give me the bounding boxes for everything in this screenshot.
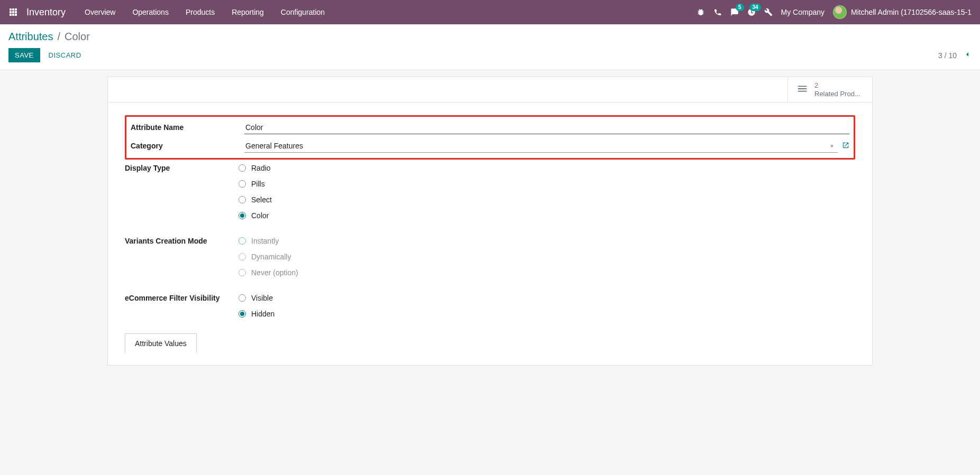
attr-name-input[interactable]: [244, 121, 849, 134]
attr-name-label: Attribute Name: [131, 121, 244, 132]
highlight-box: Attribute Name Category ▼: [125, 115, 855, 160]
external-link-icon[interactable]: [842, 142, 849, 151]
breadcrumb-current: Color: [65, 31, 90, 43]
discard-button[interactable]: Discard: [42, 48, 88, 62]
pager-text: 3 / 10: [938, 51, 957, 60]
display-type-color[interactable]: Color: [239, 211, 855, 220]
display-type-select[interactable]: Select: [239, 195, 855, 204]
nav-operations[interactable]: Operations: [126, 3, 175, 22]
form-sheet: 2 Related Prod... Attribute Name Categor…: [107, 77, 873, 366]
save-button[interactable]: Save: [8, 48, 40, 62]
tab-attribute-values[interactable]: Attribute Values: [125, 333, 197, 353]
pager-prev[interactable]: [963, 50, 972, 60]
nav-overview[interactable]: Overview: [78, 3, 122, 22]
brand[interactable]: Inventory: [26, 7, 66, 18]
variants-instantly: Instantly: [239, 237, 855, 245]
button-box: 2 Related Prod...: [108, 77, 872, 103]
cp-buttons: Save Discard: [8, 48, 88, 62]
display-type-pills[interactable]: Pills: [239, 180, 855, 188]
breadcrumb-parent[interactable]: Attributes: [8, 31, 53, 43]
stat-count: 2: [814, 81, 860, 90]
company-selector[interactable]: My Company: [781, 8, 825, 16]
topnav: Inventory Overview Operations Products R…: [0, 0, 980, 24]
user-menu[interactable]: Mitchell Admin (17102566-saas-15-1: [833, 5, 972, 19]
category-label: Category: [131, 139, 244, 150]
bars-icon: [796, 83, 808, 96]
variants-never: Never (option): [239, 268, 855, 277]
display-type-label: Display Type: [125, 163, 239, 172]
display-type-radio[interactable]: Radio: [239, 164, 855, 172]
debug-icon[interactable]: [697, 8, 705, 16]
ecom-visible[interactable]: Visible: [239, 294, 855, 302]
nav-configuration[interactable]: Configuration: [274, 3, 331, 22]
variants-mode-group: Instantly Dynamically Never (option): [239, 236, 855, 277]
nav-right: 5 34 My Company Mitchell Admin (17102566…: [697, 5, 972, 19]
control-panel: Attributes / Color Save Discard 3 / 10: [0, 24, 980, 70]
stat-label: Related Prod...: [814, 90, 860, 98]
user-name: Mitchell Admin (17102566-saas-15-1: [851, 8, 972, 16]
pager: 3 / 10: [938, 50, 972, 60]
nav-products[interactable]: Products: [179, 3, 221, 22]
messages-badge: 5: [736, 4, 744, 11]
apps-icon[interactable]: [8, 7, 18, 17]
activities-badge: 34: [749, 4, 761, 11]
related-products-button[interactable]: 2 Related Prod...: [787, 77, 872, 102]
ecom-visibility-group: Visible Hidden: [239, 293, 855, 318]
display-type-group: Radio Pills Select Color: [239, 163, 855, 220]
breadcrumb-sep: /: [57, 31, 60, 43]
breadcrumb: Attributes / Color: [8, 31, 972, 43]
ecom-hidden[interactable]: Hidden: [239, 310, 855, 318]
avatar: [833, 5, 847, 19]
variants-mode-label: Variants Creation Mode: [125, 236, 239, 245]
messages-icon[interactable]: 5: [730, 8, 739, 16]
ecom-visibility-label: eCommerce Filter Visibility: [125, 293, 239, 302]
tools-icon[interactable]: [764, 8, 773, 16]
nav-menu: Overview Operations Products Reporting C…: [78, 3, 696, 22]
activities-icon[interactable]: 34: [747, 8, 756, 16]
tabs: Attribute Values: [125, 333, 855, 352]
form-body: Attribute Name Category ▼: [108, 103, 872, 365]
category-input[interactable]: [244, 139, 838, 153]
phone-icon[interactable]: [713, 8, 722, 16]
nav-reporting[interactable]: Reporting: [225, 3, 270, 22]
variants-dynamically: Dynamically: [239, 253, 855, 261]
